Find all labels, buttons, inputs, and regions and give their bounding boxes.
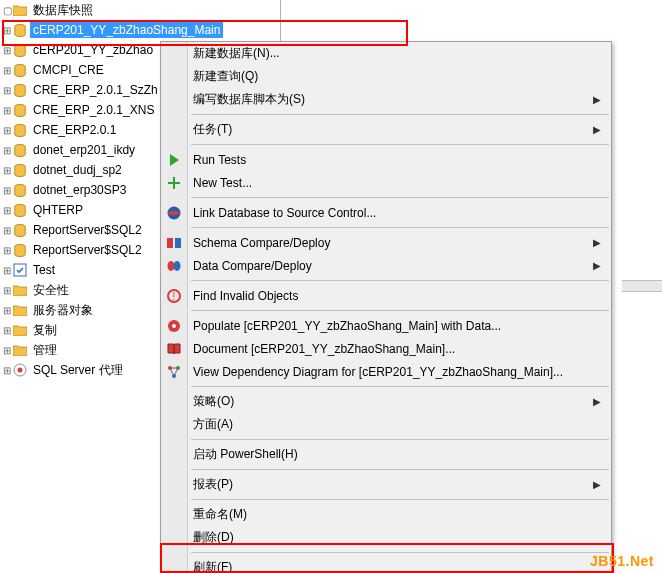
- data-compare-icon: [161, 254, 187, 277]
- expand-icon: ⊞: [2, 265, 12, 276]
- globe-icon: [161, 201, 187, 224]
- database-icon: [12, 43, 28, 57]
- folder-icon: [12, 323, 28, 337]
- database-icon: [12, 163, 28, 177]
- menu-separator: [191, 310, 609, 311]
- svg-text:!: !: [173, 291, 176, 302]
- menu-label: Data Compare/Deploy: [187, 259, 589, 273]
- database-icon: [12, 123, 28, 137]
- tree-label: QHTERP: [30, 202, 86, 218]
- expand-icon: ⊞: [2, 65, 12, 76]
- submenu-arrow-icon: ▶: [589, 260, 611, 271]
- menu-label: Document [cERP201_YY_zbZhaoShang_Main]..…: [187, 342, 589, 356]
- menu-label: 新建数据库(N)...: [187, 45, 589, 62]
- database-icon: [12, 203, 28, 217]
- menu-aspects[interactable]: 方面(A): [161, 413, 611, 436]
- menu-label: Populate [cERP201_YY_zbZhaoShang_Main] w…: [187, 319, 589, 333]
- folder-icon: [12, 343, 28, 357]
- play-icon: [161, 148, 187, 171]
- tree-label: dotnet_dudj_sp2: [30, 162, 125, 178]
- submenu-arrow-icon: ▶: [589, 94, 611, 105]
- menu-label: New Test...: [187, 176, 589, 190]
- test-icon: [12, 263, 28, 277]
- database-icon: [12, 143, 28, 157]
- menu-label: Find Invalid Objects: [187, 289, 589, 303]
- right-scroll-stub: [622, 280, 662, 292]
- database-icon: [12, 63, 28, 77]
- tree-label: ReportServer$SQL2: [30, 222, 145, 238]
- svg-point-23: [172, 324, 176, 328]
- menu-view-dependency[interactable]: View Dependency Diagram for [cERP201_YY_…: [161, 360, 611, 383]
- menu-separator: [191, 144, 609, 145]
- expand-icon: ⊞: [2, 85, 12, 96]
- tree-label: 复制: [30, 321, 60, 340]
- menu-label: 新建查询(Q): [187, 68, 589, 85]
- menu-separator: [191, 386, 609, 387]
- menu-strategies[interactable]: 策略(O) ▶: [161, 390, 611, 413]
- menu-data-compare[interactable]: Data Compare/Deploy ▶: [161, 254, 611, 277]
- plus-icon: [161, 171, 187, 194]
- menu-find-invalid[interactable]: ! Find Invalid Objects: [161, 284, 611, 307]
- blank-icon: [161, 88, 187, 111]
- sql-agent-icon: [12, 363, 28, 377]
- menu-tasks[interactable]: 任务(T) ▶: [161, 118, 611, 141]
- expand-icon: ⊞: [2, 245, 12, 256]
- tree-label: dotnet_erp30SP3: [30, 182, 129, 198]
- blank-icon: [161, 473, 187, 496]
- blank-icon: [161, 65, 187, 88]
- expand-icon: ⊞: [2, 345, 12, 356]
- menu-schema-compare[interactable]: Schema Compare/Deploy ▶: [161, 231, 611, 254]
- menu-label: Run Tests: [187, 153, 589, 167]
- folder-icon: [12, 283, 28, 297]
- menu-link-source-control[interactable]: Link Database to Source Control...: [161, 201, 611, 224]
- blank-icon: [161, 443, 187, 466]
- expand-icon: ⊞: [2, 105, 12, 116]
- database-icon: [12, 223, 28, 237]
- expand-icon: ⊞: [2, 185, 12, 196]
- svg-point-19: [174, 261, 181, 271]
- menu-separator: [191, 114, 609, 115]
- watermark-text: JB51.Net: [590, 553, 654, 569]
- tree-db-selected[interactable]: ⊞ cERP201_YY_zbZhaoShang_Main: [0, 20, 280, 40]
- tree-label: CRE_ERP2.0.1: [30, 122, 119, 138]
- tree-label: cERP201_YY_zbZhaoShang_Main: [30, 22, 223, 38]
- tree-label: 安全性: [30, 281, 72, 300]
- menu-populate[interactable]: Populate [cERP201_YY_zbZhaoShang_Main] w…: [161, 314, 611, 337]
- database-icon: [12, 183, 28, 197]
- tree-label: 服务器对象: [30, 301, 96, 320]
- menu-document[interactable]: Document [cERP201_YY_zbZhaoShang_Main]..…: [161, 337, 611, 360]
- gear-red-icon: [161, 314, 187, 337]
- menu-new-test[interactable]: New Test...: [161, 171, 611, 194]
- svg-rect-17: [175, 238, 181, 248]
- expand-icon: ⊞: [2, 325, 12, 336]
- database-icon: [12, 23, 28, 37]
- blank-icon: [161, 556, 187, 573]
- blank-icon: [161, 526, 187, 549]
- submenu-arrow-icon: ▶: [589, 124, 611, 135]
- database-icon: [12, 103, 28, 117]
- menu-new-query[interactable]: 新建查询(Q): [161, 65, 611, 88]
- menu-separator: [191, 227, 609, 228]
- menu-rename[interactable]: 重命名(M): [161, 503, 611, 526]
- expand-icon: ⊞: [2, 305, 12, 316]
- menu-label: View Dependency Diagram for [cERP201_YY_…: [187, 365, 589, 379]
- menu-delete[interactable]: 删除(D): [161, 526, 611, 549]
- tree-label: donet_erp201_ikdy: [30, 142, 138, 158]
- menu-run-tests[interactable]: Run Tests: [161, 148, 611, 171]
- menu-label: 重命名(M): [187, 506, 589, 523]
- tree-folder-snapshots[interactable]: ▢ 数据库快照: [0, 0, 280, 20]
- menu-separator: [191, 439, 609, 440]
- menu-start-powershell[interactable]: 启动 PowerShell(H): [161, 443, 611, 466]
- tree-label: Test: [30, 262, 58, 278]
- svg-rect-16: [167, 238, 173, 248]
- warning-icon: !: [161, 284, 187, 307]
- menu-new-database[interactable]: 新建数据库(N)...: [161, 42, 611, 65]
- blank-icon: [161, 413, 187, 436]
- blank-icon: [161, 118, 187, 141]
- expand-icon: ⊞: [2, 145, 12, 156]
- database-icon: [12, 243, 28, 257]
- submenu-arrow-icon: ▶: [589, 396, 611, 407]
- menu-refresh[interactable]: 刷新(F): [161, 556, 611, 573]
- menu-reports[interactable]: 报表(P) ▶: [161, 473, 611, 496]
- menu-script-db-as[interactable]: 编写数据库脚本为(S) ▶: [161, 88, 611, 111]
